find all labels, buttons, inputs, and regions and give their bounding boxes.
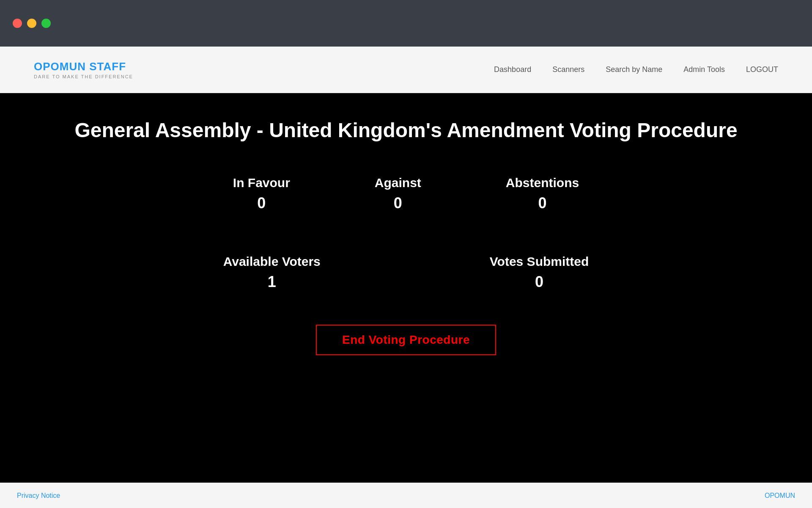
in-favour-label: In Favour	[233, 176, 290, 190]
nav-dashboard[interactable]: Dashboard	[494, 65, 531, 74]
nav-search-by-name[interactable]: Search by Name	[606, 65, 662, 74]
main-content: General Assembly - United Kingdom's Amen…	[0, 93, 812, 483]
nav-links: Dashboard Scanners Search by Name Admin …	[494, 65, 778, 74]
available-voters-value: 1	[268, 273, 276, 291]
against-value: 0	[394, 194, 402, 212]
logo: OPOMUN STAFF DARE TO MAKE THE DIFFERENCE	[34, 60, 133, 79]
close-button[interactable]	[13, 19, 22, 28]
in-favour-stat: In Favour 0	[233, 176, 290, 212]
nav-logout[interactable]: LOGOUT	[746, 65, 778, 74]
votes-submitted-label: Votes Submitted	[490, 254, 589, 269]
available-voters-stat: Available Voters 1	[223, 254, 321, 291]
abstentions-stat: Abstentions 0	[506, 176, 579, 212]
page-title: General Assembly - United Kingdom's Amen…	[74, 119, 737, 142]
end-voting-button[interactable]: End Voting Procedure	[316, 325, 496, 355]
against-stat: Against 0	[375, 176, 421, 212]
navbar: OPOMUN STAFF DARE TO MAKE THE DIFFERENCE…	[0, 47, 812, 93]
available-voters-label: Available Voters	[223, 254, 321, 269]
titlebar	[0, 0, 812, 47]
abstentions-label: Abstentions	[506, 176, 579, 190]
votes-submitted-stat: Votes Submitted 0	[490, 254, 589, 291]
logo-title: OPOMUN STAFF	[34, 60, 133, 73]
logo-subtitle: DARE TO MAKE THE DIFFERENCE	[34, 74, 133, 79]
opomun-link[interactable]: OPOMUN	[765, 492, 795, 500]
maximize-button[interactable]	[41, 19, 51, 28]
footer: Privacy Notice OPOMUN	[0, 483, 812, 508]
privacy-notice-link[interactable]: Privacy Notice	[17, 492, 60, 500]
vote-stats-row: In Favour 0 Against 0 Abstentions 0	[0, 176, 812, 212]
nav-scanners[interactable]: Scanners	[552, 65, 584, 74]
against-label: Against	[375, 176, 421, 190]
minimize-button[interactable]	[27, 19, 36, 28]
votes-submitted-value: 0	[535, 273, 543, 291]
abstentions-value: 0	[538, 194, 547, 212]
nav-admin-tools[interactable]: Admin Tools	[683, 65, 725, 74]
window-controls	[13, 19, 51, 28]
in-favour-value: 0	[257, 194, 266, 212]
voters-row: Available Voters 1 Votes Submitted 0	[0, 254, 812, 291]
